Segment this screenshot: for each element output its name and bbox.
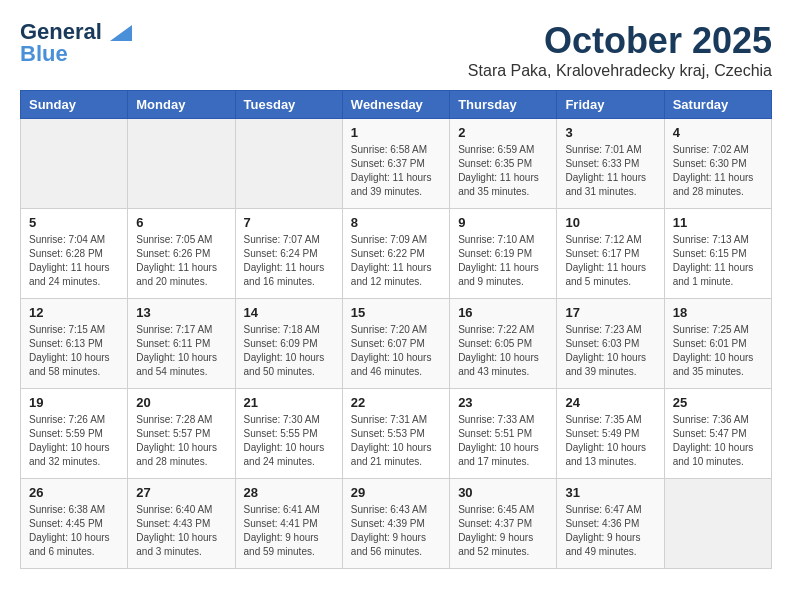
calendar-cell: 16Sunrise: 7:22 AM Sunset: 6:05 PM Dayli… — [450, 299, 557, 389]
day-number: 2 — [458, 125, 548, 140]
day-header-thursday: Thursday — [450, 91, 557, 119]
day-info: Sunrise: 7:30 AM Sunset: 5:55 PM Dayligh… — [244, 413, 334, 469]
day-number: 12 — [29, 305, 119, 320]
day-info: Sunrise: 7:12 AM Sunset: 6:17 PM Dayligh… — [565, 233, 655, 289]
calendar-cell: 1Sunrise: 6:58 AM Sunset: 6:37 PM Daylig… — [342, 119, 449, 209]
day-info: Sunrise: 7:13 AM Sunset: 6:15 PM Dayligh… — [673, 233, 763, 289]
day-number: 20 — [136, 395, 226, 410]
day-info: Sunrise: 6:47 AM Sunset: 4:36 PM Dayligh… — [565, 503, 655, 559]
day-info: Sunrise: 7:02 AM Sunset: 6:30 PM Dayligh… — [673, 143, 763, 199]
calendar-cell: 7Sunrise: 7:07 AM Sunset: 6:24 PM Daylig… — [235, 209, 342, 299]
calendar-cell: 13Sunrise: 7:17 AM Sunset: 6:11 PM Dayli… — [128, 299, 235, 389]
day-info: Sunrise: 7:33 AM Sunset: 5:51 PM Dayligh… — [458, 413, 548, 469]
day-number: 30 — [458, 485, 548, 500]
calendar-cell — [664, 479, 771, 569]
day-number: 5 — [29, 215, 119, 230]
day-info: Sunrise: 7:01 AM Sunset: 6:33 PM Dayligh… — [565, 143, 655, 199]
day-number: 26 — [29, 485, 119, 500]
day-info: Sunrise: 7:35 AM Sunset: 5:49 PM Dayligh… — [565, 413, 655, 469]
calendar-cell: 4Sunrise: 7:02 AM Sunset: 6:30 PM Daylig… — [664, 119, 771, 209]
day-number: 8 — [351, 215, 441, 230]
day-info: Sunrise: 6:40 AM Sunset: 4:43 PM Dayligh… — [136, 503, 226, 559]
day-info: Sunrise: 7:22 AM Sunset: 6:05 PM Dayligh… — [458, 323, 548, 379]
day-header-wednesday: Wednesday — [342, 91, 449, 119]
calendar-cell: 25Sunrise: 7:36 AM Sunset: 5:47 PM Dayli… — [664, 389, 771, 479]
day-number: 23 — [458, 395, 548, 410]
location-title: Stara Paka, Kralovehradecky kraj, Czechi… — [468, 62, 772, 80]
header: General Blue October 2025 Stara Paka, Kr… — [20, 20, 772, 80]
calendar-cell: 31Sunrise: 6:47 AM Sunset: 4:36 PM Dayli… — [557, 479, 664, 569]
day-number: 4 — [673, 125, 763, 140]
day-info: Sunrise: 6:58 AM Sunset: 6:37 PM Dayligh… — [351, 143, 441, 199]
day-number: 14 — [244, 305, 334, 320]
day-number: 7 — [244, 215, 334, 230]
calendar-cell: 29Sunrise: 6:43 AM Sunset: 4:39 PM Dayli… — [342, 479, 449, 569]
day-header-tuesday: Tuesday — [235, 91, 342, 119]
day-number: 17 — [565, 305, 655, 320]
calendar-cell: 12Sunrise: 7:15 AM Sunset: 6:13 PM Dayli… — [21, 299, 128, 389]
calendar-cell: 11Sunrise: 7:13 AM Sunset: 6:15 PM Dayli… — [664, 209, 771, 299]
calendar-cell: 3Sunrise: 7:01 AM Sunset: 6:33 PM Daylig… — [557, 119, 664, 209]
day-info: Sunrise: 7:07 AM Sunset: 6:24 PM Dayligh… — [244, 233, 334, 289]
calendar-cell: 27Sunrise: 6:40 AM Sunset: 4:43 PM Dayli… — [128, 479, 235, 569]
day-info: Sunrise: 7:36 AM Sunset: 5:47 PM Dayligh… — [673, 413, 763, 469]
day-number: 29 — [351, 485, 441, 500]
calendar-cell — [235, 119, 342, 209]
calendar-week-2: 5Sunrise: 7:04 AM Sunset: 6:28 PM Daylig… — [21, 209, 772, 299]
day-info: Sunrise: 7:26 AM Sunset: 5:59 PM Dayligh… — [29, 413, 119, 469]
calendar-cell: 10Sunrise: 7:12 AM Sunset: 6:17 PM Dayli… — [557, 209, 664, 299]
day-info: Sunrise: 7:15 AM Sunset: 6:13 PM Dayligh… — [29, 323, 119, 379]
day-info: Sunrise: 6:38 AM Sunset: 4:45 PM Dayligh… — [29, 503, 119, 559]
svg-marker-0 — [110, 25, 132, 41]
day-number: 22 — [351, 395, 441, 410]
day-number: 1 — [351, 125, 441, 140]
day-number: 25 — [673, 395, 763, 410]
day-number: 3 — [565, 125, 655, 140]
day-info: Sunrise: 6:45 AM Sunset: 4:37 PM Dayligh… — [458, 503, 548, 559]
day-info: Sunrise: 7:25 AM Sunset: 6:01 PM Dayligh… — [673, 323, 763, 379]
day-info: Sunrise: 7:20 AM Sunset: 6:07 PM Dayligh… — [351, 323, 441, 379]
calendar-cell: 28Sunrise: 6:41 AM Sunset: 4:41 PM Dayli… — [235, 479, 342, 569]
calendar-cell: 2Sunrise: 6:59 AM Sunset: 6:35 PM Daylig… — [450, 119, 557, 209]
day-number: 6 — [136, 215, 226, 230]
calendar-cell: 24Sunrise: 7:35 AM Sunset: 5:49 PM Dayli… — [557, 389, 664, 479]
day-number: 19 — [29, 395, 119, 410]
calendar-body: 1Sunrise: 6:58 AM Sunset: 6:37 PM Daylig… — [21, 119, 772, 569]
month-title: October 2025 — [468, 20, 772, 62]
calendar-cell: 9Sunrise: 7:10 AM Sunset: 6:19 PM Daylig… — [450, 209, 557, 299]
day-number: 15 — [351, 305, 441, 320]
day-header-saturday: Saturday — [664, 91, 771, 119]
logo-blue: Blue — [20, 42, 68, 66]
day-info: Sunrise: 7:31 AM Sunset: 5:53 PM Dayligh… — [351, 413, 441, 469]
day-info: Sunrise: 7:17 AM Sunset: 6:11 PM Dayligh… — [136, 323, 226, 379]
calendar-cell: 26Sunrise: 6:38 AM Sunset: 4:45 PM Dayli… — [21, 479, 128, 569]
day-header-friday: Friday — [557, 91, 664, 119]
day-number: 16 — [458, 305, 548, 320]
day-info: Sunrise: 6:59 AM Sunset: 6:35 PM Dayligh… — [458, 143, 548, 199]
day-number: 18 — [673, 305, 763, 320]
day-number: 31 — [565, 485, 655, 500]
day-number: 13 — [136, 305, 226, 320]
day-info: Sunrise: 7:09 AM Sunset: 6:22 PM Dayligh… — [351, 233, 441, 289]
day-info: Sunrise: 7:05 AM Sunset: 6:26 PM Dayligh… — [136, 233, 226, 289]
calendar-header-row: SundayMondayTuesdayWednesdayThursdayFrid… — [21, 91, 772, 119]
day-number: 11 — [673, 215, 763, 230]
calendar-cell: 18Sunrise: 7:25 AM Sunset: 6:01 PM Dayli… — [664, 299, 771, 389]
day-info: Sunrise: 7:23 AM Sunset: 6:03 PM Dayligh… — [565, 323, 655, 379]
day-info: Sunrise: 7:04 AM Sunset: 6:28 PM Dayligh… — [29, 233, 119, 289]
calendar-week-1: 1Sunrise: 6:58 AM Sunset: 6:37 PM Daylig… — [21, 119, 772, 209]
calendar-cell: 8Sunrise: 7:09 AM Sunset: 6:22 PM Daylig… — [342, 209, 449, 299]
calendar-cell: 6Sunrise: 7:05 AM Sunset: 6:26 PM Daylig… — [128, 209, 235, 299]
day-number: 27 — [136, 485, 226, 500]
calendar-cell: 17Sunrise: 7:23 AM Sunset: 6:03 PM Dayli… — [557, 299, 664, 389]
calendar-cell: 23Sunrise: 7:33 AM Sunset: 5:51 PM Dayli… — [450, 389, 557, 479]
title-section: October 2025 Stara Paka, Kralovehradecky… — [468, 20, 772, 80]
day-info: Sunrise: 7:28 AM Sunset: 5:57 PM Dayligh… — [136, 413, 226, 469]
calendar-cell — [21, 119, 128, 209]
day-number: 24 — [565, 395, 655, 410]
calendar-cell: 20Sunrise: 7:28 AM Sunset: 5:57 PM Dayli… — [128, 389, 235, 479]
day-info: Sunrise: 6:43 AM Sunset: 4:39 PM Dayligh… — [351, 503, 441, 559]
calendar: SundayMondayTuesdayWednesdayThursdayFrid… — [20, 90, 772, 569]
calendar-cell: 30Sunrise: 6:45 AM Sunset: 4:37 PM Dayli… — [450, 479, 557, 569]
day-info: Sunrise: 6:41 AM Sunset: 4:41 PM Dayligh… — [244, 503, 334, 559]
